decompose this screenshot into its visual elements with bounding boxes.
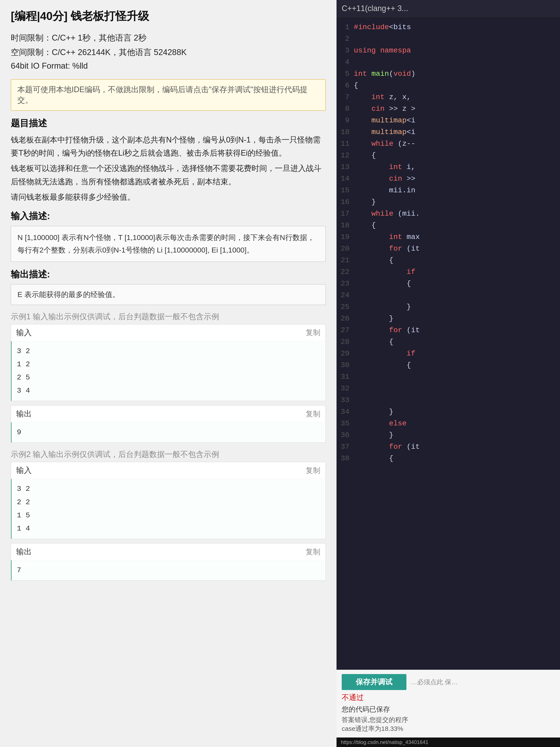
code-line-4: 4 [337,56,560,68]
line-code-3: using namespa [354,45,411,56]
line-code-20: for (it [354,243,420,255]
line-code-14: cin >> [354,173,416,184]
code-line-6: 6 { [337,80,560,91]
line-number-11: 11 [337,138,354,150]
result-fail-label: 不通过 [342,693,555,702]
code-line-1: 1 #include<bits [337,21,560,33]
line-code-36: } [354,429,394,441]
io-format: 64bit IO Format: %lld [11,61,326,71]
example2-copy-input-button[interactable]: 复制 [306,466,320,475]
line-code-15: mii.in [354,184,416,196]
line-number-15: 15 [337,184,354,196]
line-number-12: 12 [337,150,354,161]
line-code-11: while (z-- [354,138,416,150]
example2-copy-output-button[interactable]: 复制 [306,547,320,557]
url-bar: https://blog.csdn.net/natisp_43401641 [337,738,560,747]
line-code-16: } [354,196,376,208]
section-output-title: 输出描述: [11,268,326,280]
save-test-button[interactable]: 保存并调试 [342,674,406,690]
line-number-31: 31 [337,371,354,383]
time-limit: 时间限制：C/C++ 1秒，其他语言 2秒 [11,32,326,43]
line-number-36: 36 [337,429,354,441]
code-line-37: 37 for (it [337,441,560,453]
save-hint: …必须点此 保… [411,678,458,687]
line-code-26: } [354,313,394,325]
line-number-4: 4 [337,56,354,68]
code-line-22: 22 if [337,266,560,278]
line-number-28: 28 [337,336,354,348]
line-number-17: 17 [337,208,354,220]
code-line-17: 17 while (mii. [337,208,560,220]
code-line-18: 18 { [337,220,560,231]
line-number-5: 5 [337,68,354,80]
line-number-9: 9 [337,114,354,126]
line-number-24: 24 [337,289,354,301]
result-panel: 保存并调试 …必须点此 保… 不通过 您的代码已保存 答案错误,您提交的程序 c… [337,670,560,738]
line-code-19: int max [354,231,420,243]
line-code-17: while (mii. [354,208,420,220]
code-line-15: 15 mii.in [337,184,560,196]
section-input-title: 输入描述: [11,210,326,222]
code-line-13: 13 int i, [337,161,560,173]
line-code-35: else [354,418,407,429]
line-number-35: 35 [337,418,354,429]
code-line-5: 5 int main(void) [337,68,560,80]
example1-copy-input-button[interactable]: 复制 [306,328,320,338]
line-number-1: 1 [337,21,354,33]
input-description: N [1,100000] 表示有N个怪物，T [1,10000]表示每次击杀需要… [11,226,326,262]
example2-input-header: 输入 复制 [11,462,325,479]
code-line-24: 24 [337,289,560,301]
code-line-35: 35 else [337,418,560,429]
line-code-29: if [354,348,416,359]
line-code-10: multimap<i [354,126,416,138]
code-line-10: 10 multimap<i [337,126,560,138]
code-line-23: 23 { [337,278,560,289]
code-line-21: 21 { [337,255,560,266]
line-number-37: 37 [337,441,354,453]
line-code-37: for (it [354,441,420,453]
example1-label: 示例1 输入输出示例仅供调试，后台判题数据一般不包含示例 [11,311,326,322]
problem-title: [编程|40分] 钱老板打怪升级 [11,9,326,24]
code-line-14: 14 cin >> [337,173,560,184]
line-number-8: 8 [337,103,354,114]
example2-input-block: 输入 复制 3 2 2 2 1 5 1 4 [11,462,326,539]
code-line-32: 32 [337,383,560,394]
line-number-34: 34 [337,406,354,418]
code-line-7: 7 int z, x, [337,91,560,103]
code-area[interactable]: 1 #include<bits 2 3 using namespa 4 5 in… [337,17,560,670]
example2-output-content: 7 [11,560,325,581]
line-code-21: { [354,255,394,266]
problem-body-1: 钱老板在副本中打怪物升级，这个副本总共有N个怪物，编号从0到N-1，每击杀一只怪… [11,133,326,159]
example1-copy-output-button[interactable]: 复制 [306,409,320,419]
line-number-14: 14 [337,173,354,184]
code-line-26: 26 } [337,313,560,325]
example2-output-label: 输出 [16,546,32,557]
example1-input-content: 3 2 1 2 2 5 3 4 [11,341,325,401]
line-number-32: 32 [337,383,354,394]
code-line-9: 9 multimap<i [337,114,560,126]
code-editor-panel: C++11(clang++ 3... 1 #include<bits 2 3 u… [337,0,560,747]
code-line-11: 11 while (z-- [337,138,560,150]
example2-input-label: 输入 [16,465,32,476]
line-code-6: { [354,80,358,91]
code-line-8: 8 cin >> z > [337,103,560,114]
line-number-18: 18 [337,220,354,231]
example2-output-header: 输出 复制 [11,543,325,560]
line-number-23: 23 [337,278,354,289]
line-number-38: 38 [337,453,354,464]
example2-input-content: 3 2 2 2 1 5 1 4 [11,479,325,539]
code-line-16: 16 } [337,196,560,208]
code-line-34: 34 } [337,406,560,418]
line-code-13: int i, [354,161,416,173]
code-line-36: 36 } [337,429,560,441]
line-number-2: 2 [337,33,354,45]
example1-output-block: 输出 复制 9 [11,405,326,443]
line-code-12: { [354,150,376,161]
line-code-30: { [354,359,411,371]
code-line-31: 31 [337,371,560,383]
code-line-33: 33 [337,394,560,406]
line-code-5: int main(void) [354,68,416,80]
code-line-27: 27 for (it [337,325,560,336]
result-wrong-label: 答案错误,您提交的程序 [342,716,555,724]
problem-panel: [编程|40分] 钱老板打怪升级 时间限制：C/C++ 1秒，其他语言 2秒 空… [0,0,337,747]
